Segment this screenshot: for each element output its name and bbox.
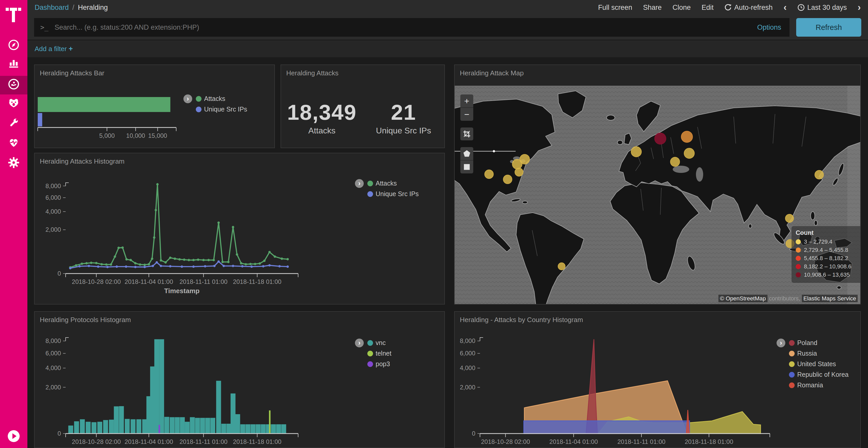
sidebar-item-management[interactable] — [0, 154, 27, 173]
attack-circle[interactable] — [671, 157, 680, 167]
metric-value: 21 — [363, 100, 444, 125]
sidebar-item-devtools[interactable] — [0, 114, 27, 133]
legend-toggle-icon[interactable]: › — [777, 339, 785, 347]
attack-circle[interactable] — [485, 170, 493, 179]
attack-circle[interactable] — [815, 170, 824, 179]
attack-circle[interactable] — [681, 131, 692, 142]
legend-toggle-icon[interactable]: › — [183, 95, 192, 103]
series-dot — [789, 351, 795, 356]
add-filter-link[interactable]: Add a filter + — [35, 45, 73, 53]
svg-text:2018-10-28 02:00: 2018-10-28 02:00 — [72, 278, 121, 285]
count-legend-row: 2,729.4 – 5,455.8 — [796, 247, 860, 253]
svg-text:8,000: 8,000 — [460, 337, 475, 344]
search-bar-row: >_ Options Refresh — [27, 15, 868, 40]
legend-label: Attacks — [376, 180, 397, 187]
legend-item-Russia[interactable]: Russia — [789, 350, 848, 357]
breadcrumb-dashboard-link[interactable]: Dashboard — [35, 4, 69, 12]
legend-label: Attacks — [204, 95, 225, 102]
svg-text:4,000: 4,000 — [45, 208, 61, 215]
sidebar-item-dashboard[interactable] — [0, 76, 27, 95]
plus-icon: + — [69, 45, 73, 53]
map-draw-polygon-button[interactable] — [460, 147, 473, 161]
main-area: Dashboard / Heralding Full screen Share … — [27, 0, 868, 448]
panel-title: Heralding Protocols Histogram — [35, 312, 444, 326]
sidebar-collapse-button[interactable] — [0, 428, 27, 446]
legend-toggle-icon[interactable]: › — [355, 179, 364, 188]
attack-circle[interactable] — [515, 168, 523, 176]
legend-item-Poland[interactable]: Poland — [789, 339, 848, 347]
attack-circle[interactable] — [503, 175, 512, 184]
map-zoom-out-button[interactable]: − — [460, 108, 473, 121]
query-prompt-icon: >_ — [40, 24, 48, 31]
legend-toggle-icon[interactable]: › — [355, 339, 364, 347]
breadcrumb: Dashboard / Heralding — [35, 4, 108, 12]
edit-button[interactable]: Edit — [702, 4, 714, 12]
map-zoom-in-button[interactable]: + — [460, 95, 473, 108]
refresh-button[interactable]: Refresh — [796, 18, 861, 37]
sidebar-item-visualize[interactable] — [0, 55, 27, 74]
share-button[interactable]: Share — [643, 4, 661, 12]
svg-text:2,000: 2,000 — [460, 384, 475, 391]
metric-unique-src-ips: 21 Unique Src IPs — [363, 100, 444, 136]
legend-label: Russia — [797, 350, 817, 357]
legend-label: Romania — [797, 381, 823, 389]
svg-text:5,000: 5,000 — [99, 132, 115, 139]
query-options-link[interactable]: Options — [757, 24, 783, 32]
count-range-dot — [796, 256, 801, 261]
metric-group: 18,349 Attacks 21 Unique Src IPs — [281, 100, 444, 136]
legend-item-United States[interactable]: United States — [789, 360, 848, 368]
svg-text:0: 0 — [58, 430, 61, 437]
attack-circle[interactable] — [520, 154, 530, 164]
svg-text:0: 0 — [472, 430, 475, 437]
search-input[interactable] — [54, 23, 752, 32]
legend-item-Unique Src IPs[interactable]: Unique Src IPs — [196, 106, 247, 113]
map-count-legend: Count 3 – 2,729.42,729.4 – 5,455.85,455.… — [792, 226, 861, 283]
time-back-button[interactable]: ‹ — [783, 4, 786, 11]
map-fit-bounds-button[interactable] — [460, 128, 473, 140]
count-legend-row: 3 – 2,729.4 — [796, 238, 860, 245]
legend-item-Republic of Korea[interactable]: Republic of Korea — [789, 371, 848, 378]
map-draw-rectangle-button[interactable] — [460, 161, 473, 173]
metric-value: 18,349 — [281, 100, 363, 125]
time-forward-button[interactable]: › — [858, 4, 861, 11]
ems-link[interactable]: Elastic Maps Service — [803, 295, 856, 302]
legend-item-Attacks[interactable]: Attacks — [367, 180, 419, 187]
series-Romania — [686, 410, 689, 434]
legend-item-Unique Src IPs[interactable]: Unique Src IPs — [367, 190, 419, 198]
svg-text:2,000: 2,000 — [45, 226, 61, 233]
svg-text:2018-11-18 01:00: 2018-11-18 01:00 — [233, 438, 282, 445]
metric-attacks: 18,349 Attacks — [281, 100, 363, 136]
sidebar-item-discover[interactable] — [0, 37, 27, 55]
auto-refresh-button[interactable]: Auto-refresh — [724, 4, 773, 12]
dashboard-grid: Heralding Attacks Bar 5,00010,00015,000›… — [27, 57, 868, 448]
sidebar-item-timelion[interactable] — [0, 95, 27, 113]
attack-circle[interactable] — [684, 148, 694, 159]
play-circle-icon — [7, 429, 21, 445]
attack-circle[interactable] — [558, 263, 565, 270]
attack-circle[interactable] — [631, 146, 642, 157]
legend-item-Romania[interactable]: Romania — [789, 381, 848, 389]
legend-label: telnet — [376, 350, 392, 357]
legend-title: Count — [796, 229, 860, 236]
legend-item-pop3[interactable]: pop3 — [367, 360, 392, 368]
attack-circle[interactable] — [655, 133, 666, 144]
full-screen-button[interactable]: Full screen — [598, 4, 632, 12]
panel-title: Heralding Attacks — [281, 65, 444, 79]
legend-item-Attacks[interactable]: Attacks — [196, 95, 247, 102]
series-pop3 — [159, 425, 160, 434]
osm-link[interactable]: © OpenStreetMap — [720, 295, 766, 302]
sidebar-item-monitoring[interactable] — [0, 134, 27, 153]
chart-legend: ›vnctelnetpop3 — [355, 339, 392, 368]
top-nav: Dashboard / Heralding Full screen Share … — [27, 0, 868, 15]
count-legend-row: 8,182.2 – 10,908.6 — [796, 263, 860, 270]
svg-text:2018-10-28 02:00: 2018-10-28 02:00 — [481, 438, 530, 445]
attack-circle[interactable] — [785, 214, 794, 222]
t-mobile-logo[interactable] — [6, 5, 21, 26]
series-dot — [789, 340, 795, 346]
clone-button[interactable]: Clone — [673, 4, 691, 12]
heart-pulse-icon — [7, 136, 20, 151]
legend-item-telnet[interactable]: telnet — [367, 350, 392, 357]
time-range-picker[interactable]: Last 30 days — [798, 4, 847, 12]
legend-label: United States — [797, 360, 836, 368]
legend-item-vnc[interactable]: vnc — [367, 339, 392, 347]
